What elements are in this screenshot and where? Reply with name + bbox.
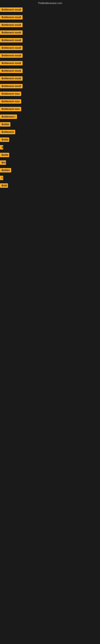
bottleneck-badge[interactable]: Bottleneck result — [0, 76, 23, 81]
list-item: Bottleneck result — [0, 29, 100, 37]
list-item: Bottleneck r — [0, 113, 100, 121]
bottleneck-badge[interactable]: I — [0, 176, 3, 180]
bottleneck-badge[interactable]: Bottleneck resu — [0, 107, 21, 111]
list-item: Bottlen — [0, 167, 100, 174]
list-item: Bottleneck resu — [0, 106, 100, 113]
bottleneck-badge[interactable]: Bottleneck result — [0, 38, 23, 42]
bottleneck-badge[interactable]: Bottleneck r — [0, 114, 17, 119]
list-item: Bottleneck result — [0, 14, 100, 22]
list-item: Bottle — [0, 152, 100, 159]
list-item: Bottleneck result — [0, 44, 100, 52]
list-item: Bottleneck result — [0, 6, 100, 14]
bottleneck-badge[interactable]: Bottleneck result — [0, 23, 23, 27]
bottleneck-badge[interactable]: Bottleneck result — [0, 8, 23, 12]
list-item: Bottleneck result — [0, 83, 100, 90]
bottleneck-badge[interactable]: Bot — [0, 160, 6, 165]
bottleneck-badge[interactable]: Bottleneck result — [0, 53, 23, 58]
bottleneck-badge[interactable]: B — [0, 145, 3, 150]
list-item: I — [0, 174, 100, 182]
site-header: TheBottlenecker.com — [0, 0, 100, 6]
list-item: Bottl — [0, 182, 100, 190]
bottleneck-badge[interactable]: Bottle — [0, 138, 9, 142]
list-item: Bottleneck result — [0, 75, 100, 83]
list-item: Bottleneck result — [0, 37, 100, 44]
list-item: Bottleneck result — [0, 52, 100, 60]
bottleneck-badge[interactable]: Bottleneck — [0, 130, 15, 134]
list-item: Bottleneck — [0, 128, 100, 136]
bottleneck-badge[interactable]: Bottleneck result — [0, 84, 23, 88]
list-item: Bottler — [0, 121, 100, 128]
bottleneck-badge[interactable]: Bottl — [0, 183, 8, 188]
bottleneck-list: Bottleneck resultBottleneck resultBottle… — [0, 6, 100, 190]
bottleneck-badge[interactable]: Bottleneck result — [0, 30, 23, 35]
bottleneck-badge[interactable]: Bottleneck resu — [0, 92, 21, 96]
bottleneck-badge[interactable]: Bottleneck result — [0, 69, 23, 73]
list-item: Bottleneck result — [0, 68, 100, 75]
list-item: Bottleneck result — [0, 22, 100, 29]
list-item: Bottleneck result — [0, 60, 100, 68]
bottleneck-badge[interactable]: Bottleneck result — [0, 61, 23, 66]
list-item: Bottleneck resu — [0, 98, 100, 106]
bottleneck-badge[interactable]: Bottleneck result — [0, 15, 23, 20]
list-item: B — [0, 144, 100, 152]
bottleneck-badge[interactable]: Bottleneck result — [0, 46, 23, 50]
bottleneck-badge[interactable]: Bottler — [0, 122, 10, 126]
list-item: Bottle — [0, 136, 100, 144]
list-item: Bottleneck resu — [0, 90, 100, 98]
bottleneck-badge[interactable]: Bottlen — [0, 168, 11, 172]
site-title: TheBottlenecker.com — [38, 2, 62, 5]
bottleneck-badge[interactable]: Bottle — [0, 153, 9, 157]
bottleneck-badge[interactable]: Bottleneck resu — [0, 99, 21, 104]
list-item: Bot — [0, 159, 100, 167]
